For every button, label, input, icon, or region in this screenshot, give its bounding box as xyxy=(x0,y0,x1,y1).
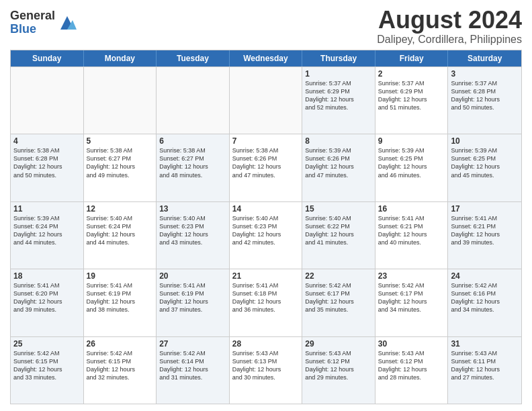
day-cell-10: 10Sunrise: 5:39 AM Sunset: 6:25 PM Dayli… xyxy=(448,134,521,201)
day-number: 1 xyxy=(305,69,372,79)
day-info: Sunrise: 5:41 AM Sunset: 6:20 PM Dayligh… xyxy=(13,282,62,313)
day-number: 3 xyxy=(451,69,519,79)
logo-blue: Blue xyxy=(10,23,55,36)
logo-icon xyxy=(58,13,77,32)
day-number: 5 xyxy=(87,136,154,146)
day-info: Sunrise: 5:37 AM Sunset: 6:29 PM Dayligh… xyxy=(378,80,427,111)
day-cell-8: 8Sunrise: 5:39 AM Sunset: 6:26 PM Daylig… xyxy=(302,134,375,201)
day-number: 17 xyxy=(451,204,519,214)
day-info: Sunrise: 5:42 AM Sunset: 6:15 PM Dayligh… xyxy=(13,350,62,381)
day-cell-3: 3Sunrise: 5:37 AM Sunset: 6:28 PM Daylig… xyxy=(448,67,521,134)
day-number: 27 xyxy=(159,339,226,349)
day-cell-9: 9Sunrise: 5:39 AM Sunset: 6:25 PM Daylig… xyxy=(375,134,449,201)
day-info: Sunrise: 5:41 AM Sunset: 6:21 PM Dayligh… xyxy=(378,215,427,246)
day-header-tuesday: Tuesday xyxy=(157,50,230,66)
day-number: 21 xyxy=(232,271,300,281)
week-row-4: 25Sunrise: 5:42 AM Sunset: 6:15 PM Dayli… xyxy=(11,336,521,404)
day-cell-13: 13Sunrise: 5:40 AM Sunset: 6:23 PM Dayli… xyxy=(157,202,230,269)
day-cell-24: 24Sunrise: 5:42 AM Sunset: 6:16 PM Dayli… xyxy=(448,269,521,336)
day-cell-31: 31Sunrise: 5:43 AM Sunset: 6:11 PM Dayli… xyxy=(448,337,521,404)
day-info: Sunrise: 5:42 AM Sunset: 6:17 PM Dayligh… xyxy=(378,282,427,313)
day-number: 9 xyxy=(378,136,445,146)
day-info: Sunrise: 5:41 AM Sunset: 6:19 PM Dayligh… xyxy=(87,282,136,313)
day-cell-1: 1Sunrise: 5:37 AM Sunset: 6:29 PM Daylig… xyxy=(302,67,375,134)
day-info: Sunrise: 5:42 AM Sunset: 6:16 PM Dayligh… xyxy=(451,282,500,313)
day-number: 24 xyxy=(451,271,519,281)
day-info: Sunrise: 5:38 AM Sunset: 6:27 PM Dayligh… xyxy=(87,147,136,178)
day-number: 23 xyxy=(378,271,445,281)
day-header-sunday: Sunday xyxy=(11,50,84,66)
day-number: 31 xyxy=(451,339,519,349)
title-block: August 2024 Dalipey, Cordillera, Philipp… xyxy=(377,7,522,46)
day-cell-20: 20Sunrise: 5:41 AM Sunset: 6:19 PM Dayli… xyxy=(157,269,230,336)
empty-cell xyxy=(230,67,303,134)
page-subtitle: Dalipey, Cordillera, Philippines xyxy=(377,34,522,46)
day-number: 25 xyxy=(13,339,81,349)
day-info: Sunrise: 5:42 AM Sunset: 6:17 PM Dayligh… xyxy=(305,282,354,313)
day-header-monday: Monday xyxy=(84,50,157,66)
day-number: 18 xyxy=(13,271,81,281)
empty-cell xyxy=(11,67,84,134)
day-cell-26: 26Sunrise: 5:42 AM Sunset: 6:15 PM Dayli… xyxy=(84,337,157,404)
day-info: Sunrise: 5:42 AM Sunset: 6:14 PM Dayligh… xyxy=(159,350,208,381)
day-header-friday: Friday xyxy=(375,50,449,66)
day-number: 7 xyxy=(232,136,300,146)
day-cell-12: 12Sunrise: 5:40 AM Sunset: 6:24 PM Dayli… xyxy=(84,202,157,269)
day-info: Sunrise: 5:39 AM Sunset: 6:25 PM Dayligh… xyxy=(378,147,427,178)
day-info: Sunrise: 5:41 AM Sunset: 6:19 PM Dayligh… xyxy=(159,282,208,313)
day-cell-11: 11Sunrise: 5:39 AM Sunset: 6:24 PM Dayli… xyxy=(11,202,84,269)
day-info: Sunrise: 5:38 AM Sunset: 6:28 PM Dayligh… xyxy=(13,147,62,178)
week-row-0: 1Sunrise: 5:37 AM Sunset: 6:29 PM Daylig… xyxy=(11,66,521,134)
day-info: Sunrise: 5:38 AM Sunset: 6:26 PM Dayligh… xyxy=(232,147,281,178)
day-info: Sunrise: 5:40 AM Sunset: 6:24 PM Dayligh… xyxy=(87,215,136,246)
day-number: 6 xyxy=(159,136,226,146)
day-cell-4: 4Sunrise: 5:38 AM Sunset: 6:28 PM Daylig… xyxy=(11,134,84,201)
page: General Blue August 2024 Dalipey, Cordil… xyxy=(0,0,532,411)
day-info: Sunrise: 5:40 AM Sunset: 6:22 PM Dayligh… xyxy=(305,215,354,246)
logo: General Blue xyxy=(10,9,77,36)
day-info: Sunrise: 5:38 AM Sunset: 6:27 PM Dayligh… xyxy=(159,147,208,178)
day-cell-15: 15Sunrise: 5:40 AM Sunset: 6:22 PM Dayli… xyxy=(302,202,375,269)
day-info: Sunrise: 5:40 AM Sunset: 6:23 PM Dayligh… xyxy=(159,215,208,246)
week-row-1: 4Sunrise: 5:38 AM Sunset: 6:28 PM Daylig… xyxy=(11,134,521,201)
day-cell-25: 25Sunrise: 5:42 AM Sunset: 6:15 PM Dayli… xyxy=(11,337,84,404)
day-number: 10 xyxy=(451,136,519,146)
day-cell-22: 22Sunrise: 5:42 AM Sunset: 6:17 PM Dayli… xyxy=(302,269,375,336)
day-cell-27: 27Sunrise: 5:42 AM Sunset: 6:14 PM Dayli… xyxy=(157,337,230,404)
day-info: Sunrise: 5:41 AM Sunset: 6:21 PM Dayligh… xyxy=(451,215,500,246)
calendar-header: SundayMondayTuesdayWednesdayThursdayFrid… xyxy=(11,50,521,66)
empty-cell xyxy=(157,67,230,134)
day-info: Sunrise: 5:42 AM Sunset: 6:15 PM Dayligh… xyxy=(87,350,136,381)
day-header-thursday: Thursday xyxy=(302,50,375,66)
day-number: 20 xyxy=(159,271,226,281)
day-header-wednesday: Wednesday xyxy=(230,50,303,66)
day-number: 26 xyxy=(87,339,154,349)
day-info: Sunrise: 5:43 AM Sunset: 6:12 PM Dayligh… xyxy=(305,350,354,381)
day-number: 8 xyxy=(305,136,372,146)
calendar: SundayMondayTuesdayWednesdayThursdayFrid… xyxy=(10,50,522,404)
day-header-saturday: Saturday xyxy=(448,50,521,66)
day-cell-21: 21Sunrise: 5:41 AM Sunset: 6:18 PM Dayli… xyxy=(230,269,303,336)
day-number: 13 xyxy=(159,204,226,214)
page-title: August 2024 xyxy=(377,7,522,34)
day-number: 30 xyxy=(378,339,445,349)
day-number: 4 xyxy=(13,136,81,146)
day-cell-18: 18Sunrise: 5:41 AM Sunset: 6:20 PM Dayli… xyxy=(11,269,84,336)
day-cell-6: 6Sunrise: 5:38 AM Sunset: 6:27 PM Daylig… xyxy=(157,134,230,201)
day-number: 11 xyxy=(13,204,81,214)
day-info: Sunrise: 5:43 AM Sunset: 6:12 PM Dayligh… xyxy=(378,350,427,381)
day-cell-5: 5Sunrise: 5:38 AM Sunset: 6:27 PM Daylig… xyxy=(84,134,157,201)
day-number: 29 xyxy=(305,339,372,349)
header: General Blue August 2024 Dalipey, Cordil… xyxy=(10,7,522,46)
day-cell-19: 19Sunrise: 5:41 AM Sunset: 6:19 PM Dayli… xyxy=(84,269,157,336)
week-row-2: 11Sunrise: 5:39 AM Sunset: 6:24 PM Dayli… xyxy=(11,201,521,269)
week-row-3: 18Sunrise: 5:41 AM Sunset: 6:20 PM Dayli… xyxy=(11,269,521,336)
day-cell-2: 2Sunrise: 5:37 AM Sunset: 6:29 PM Daylig… xyxy=(375,67,449,134)
logo-text: General Blue xyxy=(10,9,55,36)
day-number: 16 xyxy=(378,204,445,214)
day-cell-30: 30Sunrise: 5:43 AM Sunset: 6:12 PM Dayli… xyxy=(375,337,449,404)
day-number: 28 xyxy=(232,339,300,349)
day-number: 12 xyxy=(87,204,154,214)
day-info: Sunrise: 5:40 AM Sunset: 6:23 PM Dayligh… xyxy=(232,215,281,246)
day-info: Sunrise: 5:43 AM Sunset: 6:13 PM Dayligh… xyxy=(232,350,281,381)
